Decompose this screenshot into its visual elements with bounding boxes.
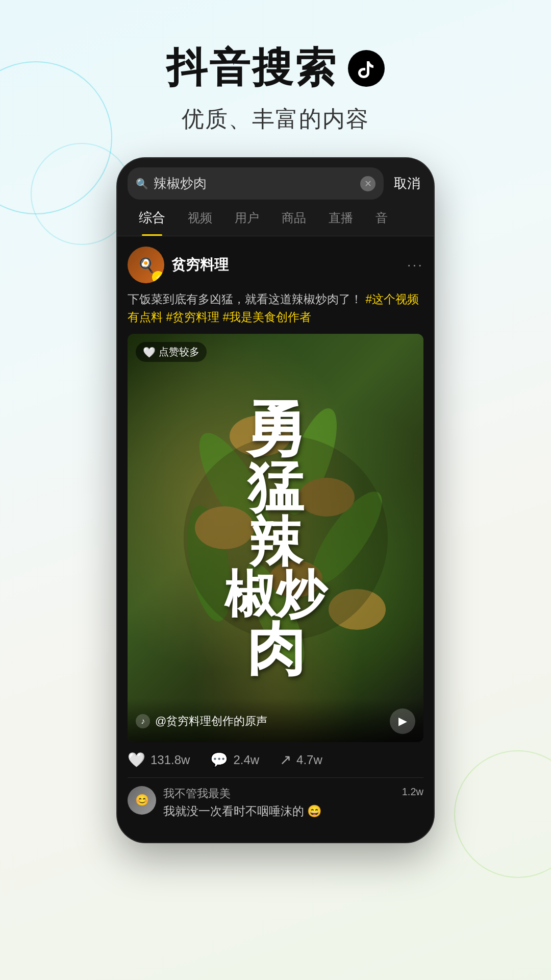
commenter-avatar: 😊 [128, 786, 156, 815]
phone-mockup: 🔍 辣椒炒肉 ✕ 取消 综合 视频 用户 商品 [117, 158, 434, 842]
video-title-overlay: 勇 猛 辣 椒炒 肉 [142, 398, 409, 678]
tab-product[interactable]: 商品 [270, 201, 317, 235]
commenter-username[interactable]: 我不管我最美 [163, 786, 395, 801]
play-button[interactable]: ▶ [390, 708, 415, 734]
heart-icon: 🤍 [143, 346, 156, 358]
tab-comprehensive[interactable]: 综合 [128, 200, 177, 236]
more-options-button[interactable]: ··· [407, 257, 423, 273]
engagement-row: 🤍 131.8w 💬 2.4w ↗ 4.7w [128, 742, 423, 778]
tab-user[interactable]: 用户 [223, 201, 270, 235]
verified-badge: ✓ [152, 271, 164, 283]
heart-icon: 🤍 [128, 751, 145, 768]
tab-audio[interactable]: 音 [364, 201, 399, 235]
search-icon: 🔍 [136, 178, 148, 190]
hashtag-3[interactable]: #我是美食创作者 [223, 310, 312, 324]
app-title: 抖音搜索 [0, 41, 551, 96]
comment-icon: 💬 [210, 751, 228, 768]
app-title-text: 抖音搜索 [166, 41, 338, 96]
video-like-badge: 🤍 点赞较多 [136, 342, 207, 362]
tabs-area: 综合 视频 用户 商品 直播 音 [117, 200, 434, 236]
tiktok-logo-icon [348, 50, 385, 87]
creator-avatar[interactable]: 🍳 ✓ [128, 247, 164, 283]
hashtag-2[interactable]: #贫穷料理 [166, 310, 219, 324]
bg-decoration-circle-3 [454, 750, 551, 878]
app-subtitle: 优质、丰富的内容 [0, 104, 551, 134]
comment-likes-count: 1.2w [402, 786, 423, 798]
video-bottom-bar: ♪ @贫穷料理创作的原声 ▶ [128, 698, 423, 742]
clear-search-button[interactable]: ✕ [360, 176, 375, 191]
comment-preview: 😊 我不管我最美 我就没一次看时不咽唾沫的 😄 1.2w [128, 778, 423, 819]
post-description: 下饭菜到底有多凶猛，就看这道辣椒炒肉了！ #这个视频有点料 #贫穷料理 #我是美… [128, 290, 423, 326]
tab-video[interactable]: 视频 [177, 201, 223, 235]
tiktok-small-icon: ♪ [136, 714, 150, 728]
video-thumbnail[interactable]: 🤍 点赞较多 勇 猛 辣 椒炒 肉 ♪ @贫穷料理创作的原声 [128, 334, 423, 742]
search-query-text: 辣椒炒肉 [154, 175, 355, 192]
post-header: 🍳 ✓ 贫穷料理 ··· [128, 247, 423, 283]
shares-count[interactable]: ↗ 4.7w [280, 751, 322, 768]
likes-count[interactable]: 🤍 131.8w [128, 751, 190, 768]
share-icon: ↗ [280, 751, 291, 768]
comment-text: 我就没一次看时不咽唾沫的 😄 [163, 803, 395, 819]
search-bar-area: 🔍 辣椒炒肉 ✕ 取消 [117, 158, 434, 200]
video-source-text: @贫穷料理创作的原声 [155, 714, 385, 729]
header-area: 抖音搜索 优质、丰富的内容 [0, 0, 551, 155]
phone-screen: 🔍 辣椒炒肉 ✕ 取消 综合 视频 用户 商品 [117, 158, 434, 842]
phone-frame: 🔍 辣椒炒肉 ✕ 取消 综合 视频 用户 商品 [117, 158, 434, 842]
content-area: 🍳 ✓ 贫穷料理 ··· 下饭菜到底有多凶猛，就看这道辣椒炒肉了！ #这个视频有… [117, 236, 434, 829]
tab-live[interactable]: 直播 [317, 201, 364, 235]
creator-username[interactable]: 贫穷料理 [171, 255, 229, 275]
cancel-search-button[interactable]: 取消 [391, 175, 423, 192]
search-input-wrapper[interactable]: 🔍 辣椒炒肉 ✕ [128, 167, 384, 200]
comment-content: 我不管我最美 我就没一次看时不咽唾沫的 😄 [163, 786, 395, 819]
comments-count[interactable]: 💬 2.4w [210, 751, 259, 768]
